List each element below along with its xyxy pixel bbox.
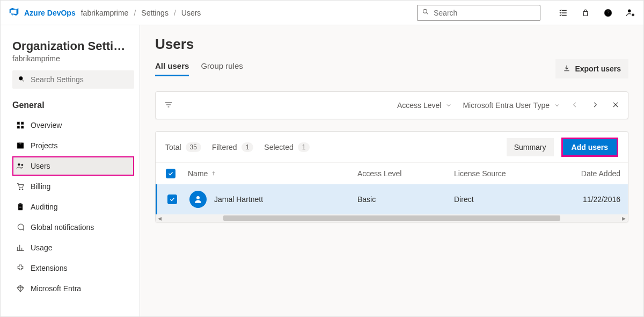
- add-users-button[interactable]: Add users: [561, 138, 618, 157]
- breadcrumb: fabrikamprime / Settings / Users: [80, 9, 201, 17]
- column-access-level[interactable]: Access Level: [357, 169, 454, 178]
- add-users-label: Add users: [572, 143, 608, 152]
- summary-button[interactable]: Summary: [507, 138, 554, 156]
- usage-icon: [16, 243, 25, 253]
- export-users-button[interactable]: Export users: [555, 59, 628, 78]
- breadcrumb-org[interactable]: fabrikamprime: [81, 9, 129, 17]
- selected-label: Selected: [264, 143, 293, 152]
- sidebar-item-usage[interactable]: Usage: [12, 238, 134, 257]
- tab-all-users[interactable]: All users: [155, 61, 189, 76]
- devops-brand[interactable]: Azure DevOps: [8, 6, 76, 19]
- sidebar: Organization Settin… fabrikamprime Gener…: [1, 25, 140, 316]
- column-date-added[interactable]: Date Added: [551, 169, 626, 178]
- close-filter-button[interactable]: [612, 100, 619, 111]
- user-settings-icon[interactable]: [625, 8, 636, 18]
- main-content: Users All users Group rules Export users…: [140, 25, 643, 316]
- svg-point-11: [18, 163, 20, 165]
- project-icon: [16, 141, 25, 150]
- global-search-input[interactable]: [434, 9, 536, 17]
- filtered-label: Filtered: [212, 143, 237, 152]
- svg-rect-15: [18, 204, 23, 210]
- global-search[interactable]: [417, 5, 540, 21]
- svg-point-17: [196, 196, 200, 199]
- users-icon: [16, 161, 25, 171]
- column-name[interactable]: Name: [184, 169, 357, 178]
- sidebar-search-input[interactable]: [31, 75, 129, 84]
- breadcrumb-users[interactable]: Users: [181, 9, 201, 17]
- svg-rect-7: [21, 122, 24, 125]
- user-name: Jamal Hartnett: [214, 195, 263, 204]
- export-label: Export users: [575, 64, 621, 73]
- clipboard-icon: [16, 202, 25, 212]
- filtered-count: Filtered 1: [212, 142, 253, 152]
- sidebar-item-label: Projects: [31, 141, 58, 150]
- scrollbar-thumb[interactable]: [223, 215, 560, 221]
- row-checkbox[interactable]: [167, 194, 177, 204]
- svg-rect-6: [17, 122, 20, 125]
- scroll-left-icon[interactable]: ◂: [158, 214, 162, 222]
- svg-point-5: [19, 76, 23, 80]
- sidebar-item-projects[interactable]: Projects: [12, 136, 134, 155]
- breadcrumb-settings[interactable]: Settings: [141, 9, 169, 17]
- sidebar-item-label: Usage: [31, 243, 52, 252]
- access-level-dropdown[interactable]: Access Level: [397, 101, 452, 110]
- column-license-source[interactable]: License Source: [454, 169, 551, 178]
- entra-icon: [16, 284, 25, 293]
- sidebar-item-extensions[interactable]: Extensions: [12, 258, 134, 278]
- sidebar-section-general: General: [12, 100, 134, 110]
- horizontal-scrollbar[interactable]: ◂ ▸: [156, 214, 628, 222]
- cell-date-added: 11/22/2016: [551, 195, 626, 204]
- cell-license-source: Direct: [454, 195, 551, 204]
- svg-rect-16: [19, 203, 21, 205]
- user-cell: Jamal Hartnett: [185, 191, 357, 208]
- download-icon: [563, 64, 570, 74]
- sidebar-item-overview[interactable]: Overview: [12, 116, 134, 135]
- search-icon: [422, 8, 429, 17]
- top-actions: [558, 8, 636, 18]
- svg-point-12: [21, 164, 23, 165]
- search-icon: [18, 75, 25, 84]
- sidebar-item-label: Global notifications: [31, 223, 94, 232]
- devops-logo-icon: [8, 6, 20, 19]
- sidebar-item-users[interactable]: Users: [12, 156, 134, 176]
- table-header: Name Access Level License Source Date Ad…: [156, 163, 628, 184]
- tabs-row: All users Group rules Export users: [155, 59, 628, 78]
- next-page-button[interactable]: [591, 100, 599, 111]
- table-row[interactable]: Jamal Hartnett Basic Direct 11/22/2016: [156, 184, 628, 214]
- sidebar-item-label: Users: [31, 162, 50, 170]
- users-table-card: Total 35 Filtered 1 Selected 1 Summary: [155, 131, 628, 222]
- checklist-icon[interactable]: [558, 8, 568, 18]
- selected-count: Selected 1: [264, 142, 310, 152]
- sidebar-item-billing[interactable]: Billing: [12, 177, 134, 196]
- tab-group-rules[interactable]: Group rules: [201, 61, 243, 76]
- sidebar-subtitle: fabrikamprime: [12, 54, 134, 63]
- summary-label: Summary: [514, 143, 546, 152]
- dropdown-label: Access Level: [397, 101, 441, 110]
- marketplace-icon[interactable]: [580, 8, 591, 18]
- filter-nav: [571, 100, 619, 111]
- svg-rect-8: [17, 126, 20, 128]
- select-all-checkbox[interactable]: [166, 169, 175, 178]
- sidebar-item-label: Billing: [31, 182, 50, 191]
- help-icon[interactable]: [603, 8, 613, 18]
- svg-point-2: [608, 15, 608, 15]
- cart-icon: [16, 182, 25, 191]
- filter-icon[interactable]: [164, 100, 173, 111]
- total-count: Total 35: [165, 142, 201, 152]
- extension-icon: [16, 263, 25, 273]
- avatar: [189, 191, 207, 208]
- filter-bar: Access Level Microsoft Entra User Type: [155, 91, 628, 119]
- prev-page-button[interactable]: [571, 100, 579, 111]
- table-toolbar: Total 35 Filtered 1 Selected 1 Summary: [156, 132, 628, 163]
- entra-type-dropdown[interactable]: Microsoft Entra User Type: [463, 101, 560, 110]
- sidebar-item-microsoft-entra[interactable]: Microsoft Entra: [12, 279, 134, 298]
- sidebar-item-label: Extensions: [31, 264, 67, 272]
- sidebar-search[interactable]: [12, 70, 134, 89]
- sidebar-item-global-notifications[interactable]: Global notifications: [12, 218, 134, 237]
- sidebar-item-auditing[interactable]: Auditing: [12, 197, 134, 217]
- sidebar-title: Organization Settin…: [12, 39, 130, 53]
- scroll-right-icon[interactable]: ▸: [622, 214, 626, 222]
- chat-icon: [16, 222, 25, 232]
- svg-point-14: [22, 189, 23, 190]
- svg-point-3: [628, 9, 631, 12]
